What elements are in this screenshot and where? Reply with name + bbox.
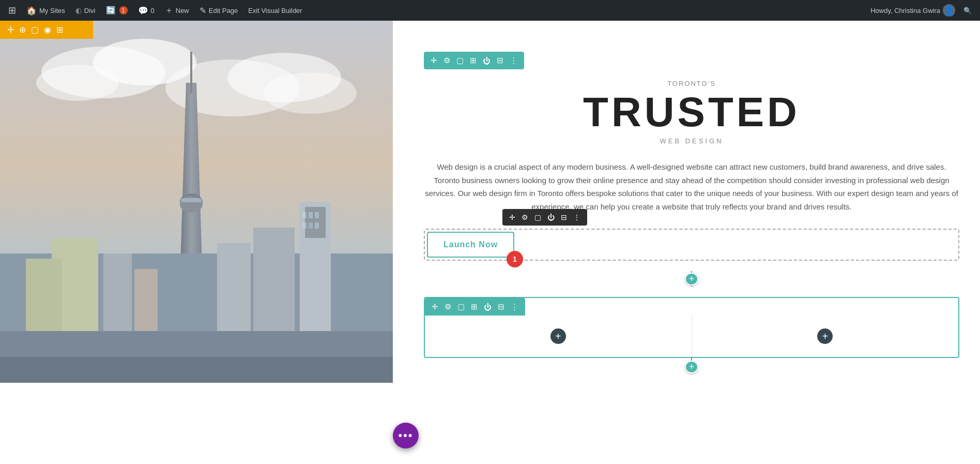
- bottom-tb-power-btn[interactable]: ⏻: [482, 302, 493, 312]
- toolbar-power-btn[interactable]: ⏻: [481, 55, 492, 66]
- search-icon[interactable]: 🔍: [959, 0, 976, 21]
- toolbar-grid-icon[interactable]: ⊞: [55, 24, 64, 36]
- toolbar-add-icon[interactable]: ✛: [6, 24, 15, 36]
- add-circle-between-top[interactable]: +: [685, 273, 698, 286]
- fab-dots-icon: •••: [398, 429, 413, 442]
- svg-rect-18: [302, 222, 307, 229]
- toolbar-add-btn[interactable]: ✛: [429, 55, 439, 66]
- svg-rect-11: [181, 198, 202, 202]
- svg-point-5: [227, 53, 341, 102]
- svg-point-9: [180, 193, 203, 210]
- inline-copy-btn[interactable]: ▢: [533, 212, 543, 222]
- toolbar-grid-btn[interactable]: ⊞: [468, 55, 478, 66]
- bottom-tb-delete-btn[interactable]: ⊟: [496, 301, 506, 312]
- subheading-toronto: TORONTO'S: [424, 80, 959, 87]
- bottom-tb-grid-btn[interactable]: ⊞: [469, 301, 479, 312]
- svg-rect-28: [0, 357, 393, 383]
- svg-rect-14: [305, 207, 326, 238]
- right-text-column: ✛ ⚙ ▢ ⊞ ⏻ ⊟ ⋮ TORONTO'S TRUSTED WEB DESI…: [393, 21, 980, 464]
- svg-rect-19: [309, 222, 313, 229]
- left-orange-toolbar: ✛ ⊕ ▢ ◉ ⊞: [0, 21, 93, 39]
- inline-more-btn[interactable]: ⋮: [572, 212, 582, 222]
- toolbar-more-btn[interactable]: ⋮: [508, 55, 519, 66]
- toolbar-settings-btn[interactable]: ⚙: [442, 55, 452, 66]
- svg-rect-26: [134, 269, 158, 331]
- add-circle-bottom[interactable]: +: [685, 361, 698, 373]
- page-wrapper: ✛ ⚙ ▢ ⊞ ⏻ ⊟ ⋮ TORONTO'S TRUSTED WEB DESI…: [0, 21, 980, 464]
- updates-badge[interactable]: 🔄 1: [102, 0, 132, 21]
- body-text: Web design is a crucial aspect of any mo…: [424, 160, 959, 213]
- svg-rect-20: [315, 222, 319, 229]
- new-menu[interactable]: ＋ New: [161, 0, 193, 21]
- toolbar-move-icon[interactable]: ⊕: [18, 24, 27, 36]
- bottom-row-module: ✛ ⚙ ▢ ⊞ ⏻ ⊟ ⋮ + +: [424, 297, 959, 358]
- svg-point-10: [180, 196, 203, 213]
- toolbar-delete-btn[interactable]: ⊟: [495, 55, 505, 66]
- svg-rect-0: [0, 21, 393, 383]
- button-row: ✛ ⚙ ▢ ⏻ ⊟ ⋮ Launch Now: [424, 229, 959, 261]
- svg-rect-24: [26, 259, 62, 331]
- svg-rect-23: [52, 238, 98, 331]
- svg-rect-13: [300, 202, 331, 331]
- web-design-subheading: WEB DESIGN: [424, 137, 959, 145]
- inline-power-btn[interactable]: ⏻: [546, 212, 556, 222]
- col-add-btn-right[interactable]: +: [817, 328, 833, 344]
- svg-point-1: [41, 47, 165, 98]
- bottom-tb-add-btn[interactable]: ✛: [430, 301, 440, 312]
- main-content: ✛ ⚙ ▢ ⊞ ⏻ ⊟ ⋮ TORONTO'S TRUSTED WEB DESI…: [0, 21, 980, 464]
- divi-menu[interactable]: ◐ Divi: [71, 0, 100, 21]
- toolbar-settings-icon[interactable]: ◉: [43, 24, 52, 36]
- bottom-row-toolbar: ✛ ⚙ ▢ ⊞ ⏻ ⊟ ⋮: [425, 298, 525, 316]
- admin-bar: ⊞ 🏠 My Sites ◐ Divi 🔄 1 💬 0 ＋ New ✎ Edit…: [0, 0, 980, 21]
- svg-point-6: [264, 72, 357, 114]
- howdy-user[interactable]: Howdy, Christina Gwira 👤: [866, 0, 959, 21]
- svg-rect-25: [103, 253, 132, 331]
- svg-rect-8: [190, 52, 192, 93]
- notification-badge: 1: [507, 251, 523, 267]
- svg-rect-17: [315, 212, 319, 218]
- main-heading: TRUSTED: [424, 92, 959, 133]
- launch-now-button[interactable]: Launch Now: [427, 232, 514, 258]
- top-module-toolbar: ✛ ⚙ ▢ ⊞ ⏻ ⊟ ⋮: [424, 52, 524, 69]
- svg-point-2: [93, 39, 196, 85]
- toolbar-copy-icon[interactable]: ▢: [30, 24, 40, 36]
- left-image-column: [0, 21, 393, 464]
- bottom-col-right: +: [692, 316, 959, 357]
- svg-rect-22: [217, 243, 251, 331]
- inline-settings-btn[interactable]: ⚙: [520, 212, 530, 222]
- inline-toolbar: ✛ ⚙ ▢ ⏻ ⊟ ⋮: [502, 209, 587, 226]
- svg-marker-7: [178, 83, 204, 331]
- col-add-btn-left[interactable]: +: [550, 328, 566, 344]
- city-image: [0, 21, 393, 383]
- svg-rect-21: [253, 228, 295, 331]
- toolbar-copy-btn[interactable]: ▢: [455, 55, 465, 66]
- svg-point-4: [165, 59, 300, 116]
- svg-rect-12: [0, 253, 393, 383]
- wp-logo[interactable]: ⊞: [4, 0, 20, 21]
- comments-menu[interactable]: 💬 0: [134, 0, 159, 21]
- exit-builder-btn[interactable]: Exit Visual Builder: [244, 0, 307, 21]
- fab-purple-button[interactable]: •••: [393, 423, 419, 448]
- bottom-tb-copy-btn[interactable]: ▢: [456, 301, 466, 312]
- bottom-tb-settings-btn[interactable]: ⚙: [443, 301, 453, 312]
- edit-page-btn[interactable]: ✎ Edit Page: [195, 0, 242, 21]
- my-sites-menu[interactable]: 🏠 My Sites: [22, 0, 69, 21]
- bottom-row-inner: + +: [425, 316, 958, 357]
- admin-bar-right: Howdy, Christina Gwira 👤 🔍: [866, 0, 976, 21]
- bottom-col-left: +: [425, 316, 692, 357]
- svg-point-3: [36, 65, 119, 101]
- svg-rect-27: [0, 331, 393, 383]
- inline-delete-btn[interactable]: ⊟: [559, 212, 569, 222]
- bottom-tb-more-btn[interactable]: ⋮: [509, 301, 520, 312]
- svg-rect-15: [302, 212, 307, 218]
- svg-rect-16: [309, 212, 313, 218]
- inline-add-btn[interactable]: ✛: [508, 212, 517, 222]
